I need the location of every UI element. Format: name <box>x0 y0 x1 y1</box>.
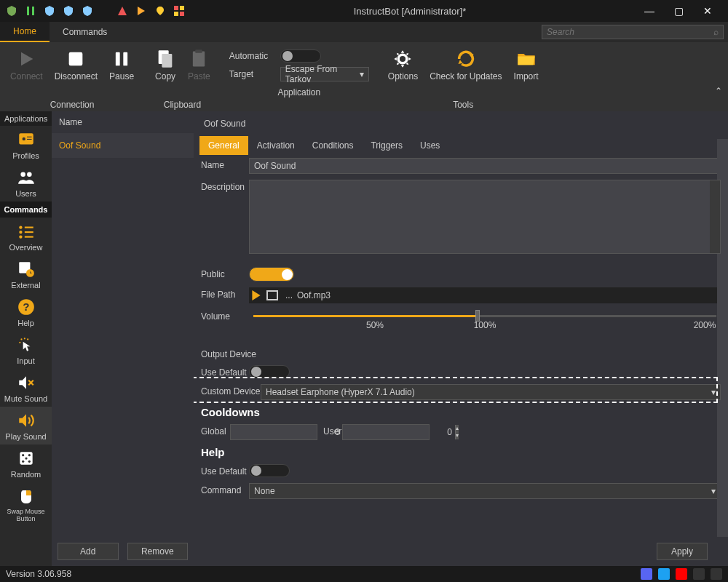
discord-icon[interactable] <box>641 568 652 580</box>
sidebar-item-users[interactable]: Users <box>0 164 52 202</box>
name-item-oof-sound[interactable]: Oof Sound <box>52 133 194 158</box>
cooldowns-title: Cooldowns <box>194 403 728 421</box>
sidebar-item-swap[interactable]: Swap Mouse Button <box>0 482 52 526</box>
ribbon-expand-icon[interactable]: ⌃ <box>715 86 722 96</box>
app-icon-8 <box>154 5 166 17</box>
youtube-icon[interactable] <box>676 568 687 580</box>
svg-point-36 <box>22 461 24 463</box>
sidebar-item-commands[interactable]: Commands <box>0 202 52 218</box>
svg-point-30 <box>27 338 28 340</box>
play-icon[interactable] <box>249 288 264 303</box>
filepath-field[interactable]: ... Oof.mp3 <box>249 287 721 303</box>
ribbon-group-application: Automatic Target Escape From Tarkov▾ App… <box>221 47 378 111</box>
detail-panel: Oof Sound General Activation Conditions … <box>194 111 728 566</box>
sidebar-header: Applications <box>0 111 52 126</box>
sidebar-item-play-sound[interactable]: Play Sound <box>0 407 52 445</box>
options-button[interactable]: Options <box>384 47 422 83</box>
pause-button[interactable]: Pause <box>105 47 138 83</box>
name-input[interactable] <box>249 158 721 174</box>
description-input[interactable] <box>249 180 721 254</box>
app-icon-2 <box>25 5 36 17</box>
mouse-icon <box>16 486 36 506</box>
close-button[interactable]: ✕ <box>693 0 722 22</box>
tab-general[interactable]: General <box>199 136 248 155</box>
search-input[interactable] <box>547 27 713 37</box>
main-area: Applications Profiles Users Commands Ove… <box>0 111 728 566</box>
import-button[interactable]: Import <box>510 47 543 83</box>
volume-label: Volume <box>201 309 249 322</box>
sidebar-item-input[interactable]: Input <box>0 331 52 369</box>
name-column: Name Oof Sound Add Remove <box>52 111 194 566</box>
help-command-select[interactable]: None▾ <box>249 483 721 499</box>
status-icon-5[interactable] <box>711 568 722 580</box>
svg-point-29 <box>23 338 25 339</box>
sidebar-item-overview[interactable]: Overview <box>0 218 52 255</box>
copy-button[interactable]: Copy <box>150 47 181 83</box>
tab-uses[interactable]: Uses <box>411 136 448 155</box>
users-icon <box>16 167 36 188</box>
search-box[interactable]: ⌕ <box>542 25 724 39</box>
svg-point-37 <box>28 461 30 463</box>
disconnect-button[interactable]: Disconnect <box>50 47 102 83</box>
tab-activation[interactable]: Activation <box>248 136 304 155</box>
profiles-icon <box>16 129 36 150</box>
svg-rect-9 <box>193 52 205 67</box>
svg-point-35 <box>25 457 27 459</box>
paste-icon <box>188 48 210 70</box>
svg-rect-21 <box>24 227 33 228</box>
svg-point-34 <box>28 454 30 456</box>
output-device-label: Output Device <box>194 333 728 362</box>
app-icon-7 <box>135 5 147 17</box>
minimize-button[interactable]: — <box>635 0 664 22</box>
apply-button[interactable]: Apply <box>657 543 708 560</box>
app-icon-1 <box>6 5 17 17</box>
sidebar-item-mute[interactable]: Mute Sound <box>0 369 52 407</box>
tab-triggers[interactable]: Triggers <box>362 136 411 155</box>
twitter-icon[interactable] <box>658 568 670 580</box>
user-spinner[interactable]: ▴▾ <box>342 424 430 440</box>
ribbon-group-connection: Connect Disconnect Pause Connection <box>0 47 144 111</box>
filepath-value: Oof.mp3 <box>293 290 331 300</box>
add-button[interactable]: Add <box>58 543 119 560</box>
mute-icon <box>16 372 36 393</box>
svg-point-31 <box>19 342 20 343</box>
search-icon[interactable]: ⌕ <box>713 27 719 37</box>
stop-icon[interactable] <box>266 290 278 300</box>
svg-point-18 <box>19 226 22 228</box>
connect-button[interactable]: Connect <box>6 47 47 83</box>
target-select[interactable]: Escape From Tarkov▾ <box>280 67 369 81</box>
window-controls: — ▢ ✕ <box>635 0 722 22</box>
volume-slider[interactable]: 50% 100% 200% <box>249 309 721 330</box>
sidebar-item-profiles[interactable]: Profiles <box>0 126 52 164</box>
ribbon-group-tools: Options Check for Updates Import Tools <box>378 47 549 111</box>
user-label: User <box>317 424 342 436</box>
overview-icon <box>16 221 36 242</box>
tab-home[interactable]: Home <box>0 22 50 42</box>
help-use-default-label: Use Default <box>201 464 249 477</box>
tab-commands[interactable]: Commands <box>50 22 120 42</box>
status-icon-4[interactable] <box>693 568 705 580</box>
help-icon: ? <box>16 297 36 317</box>
target-label: Target <box>229 69 274 79</box>
paste-button[interactable]: Paste <box>183 47 215 83</box>
play-icon <box>15 48 37 70</box>
sidebar-item-external[interactable]: External <box>0 255 52 293</box>
svg-point-28 <box>20 338 22 340</box>
svg-rect-6 <box>123 52 127 66</box>
automatic-label: Automatic <box>229 51 274 61</box>
svg-point-25 <box>26 269 34 277</box>
app-icon-5 <box>82 5 93 17</box>
statusbar: Version 3.06.958 <box>0 566 728 582</box>
help-use-default-toggle[interactable] <box>249 464 290 477</box>
maximize-button[interactable]: ▢ <box>664 0 693 22</box>
check-updates-button[interactable]: Check for Updates <box>425 47 506 83</box>
sidebar-item-random[interactable]: Random <box>0 445 52 482</box>
public-toggle[interactable] <box>249 267 294 282</box>
svg-point-19 <box>19 231 22 234</box>
global-spinner[interactable]: ▴▾ <box>230 424 317 440</box>
automatic-toggle[interactable] <box>280 49 321 63</box>
tab-conditions[interactable]: Conditions <box>304 136 363 155</box>
svg-rect-10 <box>196 49 202 53</box>
remove-button[interactable]: Remove <box>127 543 189 560</box>
sidebar-item-help[interactable]: ?Help <box>0 293 52 331</box>
